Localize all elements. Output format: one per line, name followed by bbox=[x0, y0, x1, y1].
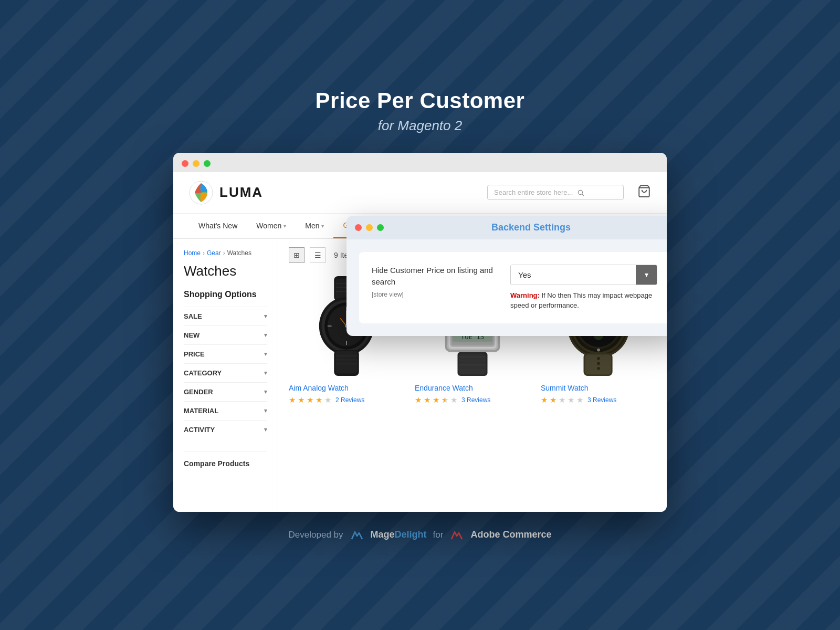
grid-view-button[interactable]: ⊞ bbox=[289, 247, 304, 263]
star-5: ★ bbox=[576, 395, 583, 405]
popup-dot-green[interactable] bbox=[377, 224, 384, 231]
luma-logo-icon bbox=[189, 181, 213, 205]
filter-new[interactable]: NEW ▾ bbox=[184, 326, 267, 344]
settings-label: Hide Customer Price on listing and searc… bbox=[372, 265, 498, 300]
dropdown-control[interactable]: Yes ▾ bbox=[510, 265, 657, 285]
breadcrumb-sep-1: › bbox=[203, 249, 205, 257]
popup-dot-yellow[interactable] bbox=[366, 224, 373, 231]
filter-price[interactable]: PRICE ▾ bbox=[184, 344, 267, 363]
dropdown-value: Yes bbox=[511, 265, 636, 285]
stars-row-2: ★ ★ ★ ★ ★ ★ 3 Reviews bbox=[415, 395, 530, 405]
warning-label: Warning: bbox=[510, 291, 540, 299]
svg-point-68 bbox=[597, 366, 600, 370]
shopping-options-title: Shopping Options bbox=[184, 290, 267, 299]
svg-point-60 bbox=[597, 348, 600, 351]
review-count-3[interactable]: 3 Reviews bbox=[587, 396, 616, 404]
nav-item-women[interactable]: Women ▾ bbox=[247, 214, 296, 237]
compare-products: Compare Products bbox=[184, 452, 267, 468]
svg-rect-42 bbox=[459, 353, 486, 374]
breadcrumb-gear[interactable]: Gear bbox=[207, 249, 221, 257]
breadcrumb: Home › Gear › Watches bbox=[184, 249, 267, 257]
review-count-2[interactable]: 3 Reviews bbox=[461, 396, 490, 404]
search-placeholder: Search entire store here... bbox=[494, 188, 573, 196]
nav-item-men[interactable]: Men ▾ bbox=[296, 214, 333, 237]
chevron-down-icon: ▾ bbox=[264, 370, 267, 376]
nav-item-whats-new[interactable]: What's New bbox=[189, 214, 247, 237]
svg-rect-20 bbox=[335, 351, 358, 373]
search-bar[interactable]: Search entire store here... bbox=[487, 185, 624, 200]
star-2: ★ bbox=[298, 395, 304, 405]
breadcrumb-sep-2: › bbox=[223, 249, 225, 257]
dropdown-arrow[interactable]: ▾ bbox=[636, 265, 657, 285]
chevron-down-icon: ▾ bbox=[264, 351, 267, 358]
product-name-2[interactable]: Endurance Watch bbox=[415, 384, 530, 392]
star-2: ★ bbox=[550, 395, 556, 405]
chevron-down-icon: ▾ bbox=[264, 426, 267, 433]
luma-brand: LUMA bbox=[219, 184, 263, 201]
star-5: ★ bbox=[324, 395, 331, 405]
review-count-1[interactable]: 2 Reviews bbox=[335, 396, 364, 404]
star-half: ★ ★ bbox=[442, 395, 448, 405]
chevron-down-icon: ▾ bbox=[321, 223, 324, 229]
chevron-down-icon: ▾ bbox=[264, 332, 267, 339]
svg-point-67 bbox=[597, 362, 600, 365]
footer-for: for bbox=[433, 530, 444, 540]
header-right: Search entire store here... bbox=[487, 184, 651, 201]
chevron-down-icon: ▾ bbox=[264, 313, 267, 320]
luma-logo: LUMA bbox=[189, 181, 263, 205]
footer-bar: Developed by MageDelight for Adobe Comme… bbox=[289, 528, 552, 542]
popup-dot-red[interactable] bbox=[355, 224, 362, 231]
adobe-commerce-icon bbox=[449, 528, 464, 542]
svg-point-1 bbox=[579, 190, 583, 194]
backend-settings-popup: Backend Settings Hide Customer Price on … bbox=[346, 216, 667, 336]
product-name-3[interactable]: Summit Watch bbox=[541, 384, 656, 392]
settings-card: Hide Customer Price on listing and searc… bbox=[359, 252, 667, 323]
star-2: ★ bbox=[424, 395, 430, 405]
star-1: ★ bbox=[415, 395, 422, 405]
settings-control: Yes ▾ Warning: If No then This may impac… bbox=[510, 265, 657, 311]
filter-activity[interactable]: ACTIVITY ▾ bbox=[184, 420, 267, 439]
breadcrumb-home[interactable]: Home bbox=[184, 249, 201, 257]
search-icon bbox=[577, 189, 584, 196]
browser-window: LUMA Search entire store here... bbox=[173, 153, 667, 512]
stars-row-3: ★ ★ ★ ★ ★ 3 Reviews bbox=[541, 395, 656, 405]
stars-row-1: ★ ★ ★ ★ ★ 2 Reviews bbox=[289, 395, 404, 405]
dot-red[interactable] bbox=[182, 160, 188, 167]
star-4: ★ bbox=[568, 395, 574, 405]
filter-sale[interactable]: SALE ▾ bbox=[184, 307, 267, 326]
star-3: ★ bbox=[433, 395, 439, 405]
page-outer: Price Per Customer for Magento 2 LUMA bbox=[0, 0, 840, 630]
warning-text: Warning: If No then This may impact webp… bbox=[510, 290, 657, 311]
product-name-1[interactable]: Aim Analog Watch bbox=[289, 384, 404, 392]
star-1: ★ bbox=[289, 395, 296, 405]
mage-delight-icon bbox=[350, 528, 364, 542]
dot-yellow[interactable] bbox=[193, 160, 200, 167]
list-view-button[interactable]: ☰ bbox=[310, 247, 326, 263]
browser-chrome bbox=[173, 153, 667, 172]
popup-body: Hide Customer Price on listing and searc… bbox=[346, 239, 667, 336]
star-1: ★ bbox=[541, 395, 548, 405]
popup-chrome: Backend Settings bbox=[346, 216, 667, 239]
page-title-store: Watches bbox=[184, 263, 267, 279]
footer-adobe: Adobe Commerce bbox=[470, 529, 551, 540]
chevron-down-icon: ▾ bbox=[264, 388, 267, 395]
filter-gender[interactable]: GENDER ▾ bbox=[184, 382, 267, 401]
filter-material[interactable]: MATERIAL ▾ bbox=[184, 401, 267, 420]
store-header: LUMA Search entire store here... bbox=[173, 172, 667, 214]
sidebar: Home › Gear › Watches Watches Shopping O… bbox=[173, 239, 278, 512]
star-5: ★ bbox=[450, 395, 457, 405]
hero-title: Price Per Customer bbox=[316, 88, 525, 113]
filter-category[interactable]: CATEGORY ▾ bbox=[184, 363, 267, 382]
store-view-note: [store view] bbox=[372, 291, 404, 298]
popup-title: Backend Settings bbox=[388, 222, 667, 233]
svg-point-66 bbox=[597, 356, 600, 360]
svg-line-2 bbox=[582, 194, 584, 195]
footer-mage: MageDelight bbox=[371, 529, 427, 540]
dot-green[interactable] bbox=[204, 160, 211, 167]
cart-icon[interactable] bbox=[637, 184, 651, 201]
star-3: ★ bbox=[307, 395, 313, 405]
breadcrumb-current: Watches bbox=[227, 249, 251, 257]
chevron-down-icon: ▾ bbox=[264, 407, 267, 414]
star-3: ★ bbox=[559, 395, 565, 405]
hero-subtitle: for Magento 2 bbox=[378, 118, 462, 134]
